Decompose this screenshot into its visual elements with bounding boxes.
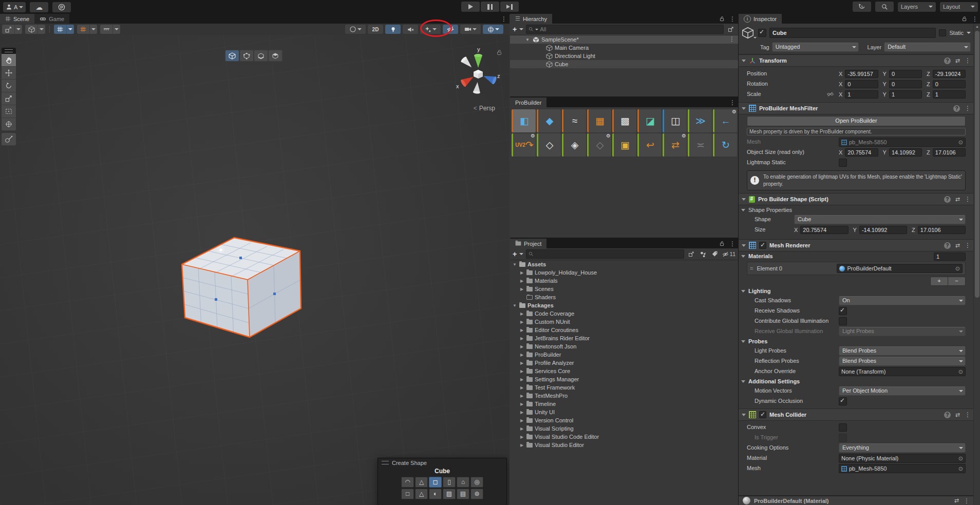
dialog-drag-handle[interactable] [382, 461, 389, 464]
active-checkbox[interactable] [758, 29, 766, 37]
project-item-probuilder[interactable]: ▶ ProBuilder [510, 351, 738, 359]
kebab-menu-icon[interactable]: ⋮ [965, 106, 971, 111]
scene-cube-object[interactable] [175, 232, 306, 343]
play-button[interactable] [461, 2, 480, 12]
chevron-down-icon[interactable] [519, 253, 523, 257]
lock-icon[interactable] [962, 16, 967, 22]
project-item-editor-coroutines[interactable]: ▶ Editor Coroutines [510, 326, 738, 334]
probuilderize-button[interactable]: ↩ [637, 133, 662, 157]
kebab-menu-icon[interactable]: ⋮ [729, 241, 736, 246]
help-icon[interactable]: ? [953, 105, 960, 112]
project-item-visual-studio-editor[interactable]: ▶ Visual Studio Editor [510, 441, 738, 449]
shape-button-cube[interactable]: ◻ [429, 477, 442, 488]
object-picker-icon[interactable]: ⊙ [957, 455, 964, 462]
cast-shadows-dropdown[interactable]: On [839, 296, 966, 305]
project-item-textmeshpro[interactable]: ▶ TextMeshPro [510, 392, 738, 400]
help-icon[interactable]: ? [944, 57, 951, 64]
shading-mode-dropdown[interactable] [345, 25, 366, 34]
tab-project[interactable]: Project [510, 239, 546, 248]
project-search-input[interactable] [526, 249, 684, 259]
version-control-button[interactable] [52, 2, 71, 12]
shape-button-plane[interactable]: □ [401, 489, 414, 499]
materials-count-field[interactable]: 1 [934, 252, 966, 261]
additional-settings-foldout[interactable]: Additional Settings [739, 377, 974, 386]
shape-size-y-field[interactable]: -14.10992 [859, 226, 907, 234]
hierarchy-item-main-camera[interactable]: Main Camera ⋮ [510, 44, 738, 52]
freeze-transform-button[interactable]: ◇ [587, 133, 611, 157]
rotation-z-field[interactable]: 0 [933, 80, 966, 88]
popout-icon[interactable] [726, 25, 736, 33]
collider-mesh-field[interactable]: pb_Mesh-5850 ⊙ [839, 464, 966, 473]
project-item-version-control[interactable]: ▶ Version Control [510, 416, 738, 424]
pivot-mode-dropdown[interactable] [25, 25, 45, 34]
project-item-scenes[interactable]: ▶ Scenes [510, 285, 738, 293]
view-hand-tool[interactable] [2, 54, 16, 67]
mesh-object-field[interactable]: pb_Mesh-5850 ⊙ [839, 138, 966, 147]
search-everywhere-button[interactable] [875, 2, 894, 12]
layer-dropdown[interactable]: Default [884, 43, 971, 52]
project-item-shaders[interactable]: Shaders [510, 293, 738, 301]
chevron-down-icon[interactable] [519, 28, 523, 32]
help-icon[interactable]: ? [944, 242, 951, 249]
kebab-menu-icon[interactable]: ⋮ [729, 16, 736, 22]
vertex-mode-button[interactable] [240, 50, 253, 61]
lighting-foldout[interactable]: Lighting [739, 286, 974, 296]
motion-vectors-dropdown[interactable]: Per Object Motion [839, 386, 966, 396]
pause-button[interactable] [481, 2, 499, 12]
receive-gi-dropdown[interactable]: Light Probes [839, 327, 966, 336]
contribute-gi-checkbox[interactable] [839, 317, 847, 325]
shape-button-cone[interactable]: △ [415, 477, 428, 488]
add-object-button[interactable]: + [513, 26, 517, 32]
kebab-menu-icon[interactable]: ⋮ [965, 412, 971, 417]
smoothing-tool[interactable]: ≈ [562, 109, 586, 132]
presets-icon[interactable]: ⇄ [955, 412, 960, 418]
project-item-visual-scripting[interactable]: ▶ Visual Scripting [510, 424, 738, 433]
project-item-settings-manager[interactable]: ▶ Settings Manager [510, 375, 738, 383]
collider-enabled-checkbox[interactable] [759, 411, 766, 418]
grid-visibility-dropdown[interactable] [54, 25, 74, 34]
project-item-services-core[interactable]: ▶ Services Core [510, 367, 738, 375]
shape-size-z-field[interactable]: 17.0106 [918, 226, 966, 234]
shape-dropdown[interactable]: Cube [794, 215, 966, 224]
project-item-timeline[interactable]: ▶ Timeline [510, 400, 738, 408]
kebab-menu-icon[interactable]: ⋮ [964, 498, 970, 503]
material-object-field[interactable]: ProBuilderDefault ⊙ [837, 264, 963, 273]
anchor-override-field[interactable]: None (Transform) ⊙ [839, 367, 966, 376]
object-mode-button[interactable] [225, 50, 239, 61]
reflection-probes-dropdown[interactable]: Blend Probes [839, 357, 966, 366]
drag-handle-icon[interactable]: = [750, 265, 752, 271]
search-by-type-icon[interactable] [699, 250, 708, 258]
static-checkbox[interactable] [939, 29, 946, 36]
gizmos-dropdown[interactable] [483, 25, 503, 34]
camera-settings-dropdown[interactable] [460, 25, 481, 34]
uv-editor-tool[interactable]: ▩ [612, 109, 636, 132]
step-button[interactable] [500, 2, 519, 12]
material-editor-tool[interactable]: ▦ [587, 109, 611, 132]
edge-mode-button[interactable] [254, 50, 268, 61]
renderer-enabled-checkbox[interactable] [759, 242, 766, 249]
hierarchy-item-directional-light[interactable]: Directional Light ⋮ [510, 52, 738, 60]
cloud-services-button[interactable]: ☁ [30, 2, 48, 12]
shape-button-sphere[interactable]: ◐ [429, 489, 442, 499]
position-x-field[interactable]: -35.99157 [845, 70, 878, 78]
rotate-tool[interactable] [2, 80, 16, 92]
tab-inspector[interactable]: i Inspector [739, 14, 782, 24]
object-picker-icon[interactable]: ⊙ [957, 139, 964, 146]
scene-audio-toggle[interactable] [403, 25, 418, 34]
position-y-field[interactable]: 0 [889, 70, 922, 78]
project-item-profile-analyzer[interactable]: ▶ Profile Analyzer [510, 359, 738, 367]
tab-scene[interactable]: Scene [0, 14, 34, 24]
shape-button-pipe[interactable]: ◎ [470, 477, 483, 488]
add-asset-button[interactable]: + [513, 251, 517, 257]
scale-tool[interactable] [2, 92, 16, 105]
overlay-drag-handle[interactable] [2, 48, 16, 54]
tool-settings-dropdown[interactable] [2, 25, 22, 34]
scale-z-field[interactable]: 1 [933, 90, 966, 99]
kebab-menu-icon[interactable]: ⋮ [729, 100, 736, 105]
presets-icon[interactable]: ⇄ [955, 57, 960, 64]
project-item-assets[interactable]: ▼ Assets [510, 260, 738, 268]
new-poly-shape-tool[interactable]: ◆ [537, 109, 561, 132]
remove-material-button[interactable]: − [948, 277, 965, 285]
scrollbar-thumb[interactable] [975, 31, 979, 298]
scale-x-field[interactable]: 1 [845, 90, 878, 99]
